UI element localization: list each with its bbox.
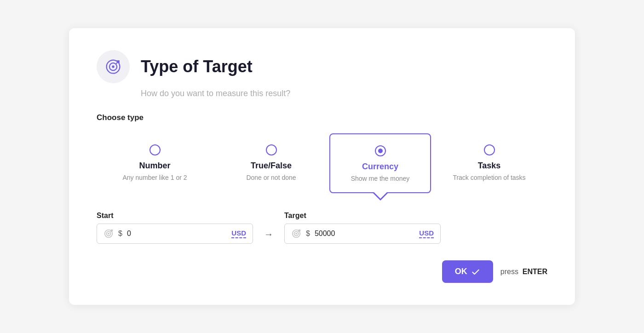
start-input[interactable] [127,230,227,238]
option-currency-name: Currency [362,162,398,172]
start-dollar: $ [118,230,122,238]
radio-truefalse [266,144,277,155]
target-label: Target [284,212,441,220]
radio-number [150,144,161,155]
radio-currency [375,145,386,156]
ok-button[interactable]: OK [442,260,493,283]
svg-point-10 [295,233,297,235]
start-currency[interactable]: USD [231,229,246,238]
checkmark-icon [471,267,480,276]
option-number-name: Number [139,161,170,171]
target-dollar: $ [306,230,310,238]
target-group: Target $ USD [284,212,441,244]
choose-type-label: Choose type [97,113,547,122]
option-tasks-name: Tasks [478,161,501,171]
target-icon [105,58,121,75]
option-currency[interactable]: Currency Show me the money [329,133,431,194]
option-tasks-desc: Track completion of tasks [453,173,525,183]
svg-point-6 [108,233,109,235]
press-label: press [500,268,518,276]
option-truefalse[interactable]: True/False Done or not done [213,133,329,192]
option-tasks[interactable]: Tasks Track completion of tasks [431,133,547,192]
ok-label: OK [455,267,467,276]
start-target-icon [104,229,114,239]
option-currency-wrapper[interactable]: Currency Show me the money [329,133,431,194]
inputs-row: Start $ USD → Target [97,212,547,244]
type-options-container: Number Any number like 1 or 2 True/False… [97,133,547,194]
radio-tasks [484,144,495,155]
target-icon-circle [97,50,130,83]
option-currency-desc: Show me the money [351,174,410,184]
option-truefalse-name: True/False [251,161,292,171]
target-input-field: $ USD [284,224,441,244]
arrow-icon: → [264,229,273,240]
target-currency[interactable]: USD [419,229,434,238]
radio-currency-inner [378,149,383,153]
header: Type of Target [97,50,547,83]
start-input-field: $ USD [97,224,253,244]
footer-row: OK press ENTER [97,260,547,283]
target-input[interactable] [315,230,414,238]
main-card: Type of Target How do you want to measur… [69,28,575,305]
svg-point-2 [112,65,114,68]
option-truefalse-desc: Done or not done [246,173,296,183]
page-title: Type of Target [141,57,253,76]
option-number-desc: Any number like 1 or 2 [122,173,187,183]
start-label: Start [97,212,253,220]
target-target-icon [291,229,301,239]
page-subtitle: How do you want to measure this result? [141,89,547,98]
start-group: Start $ USD [97,212,253,244]
press-enter-text: press ENTER [500,268,547,276]
option-number[interactable]: Number Any number like 1 or 2 [97,133,213,192]
enter-label: ENTER [523,268,547,276]
